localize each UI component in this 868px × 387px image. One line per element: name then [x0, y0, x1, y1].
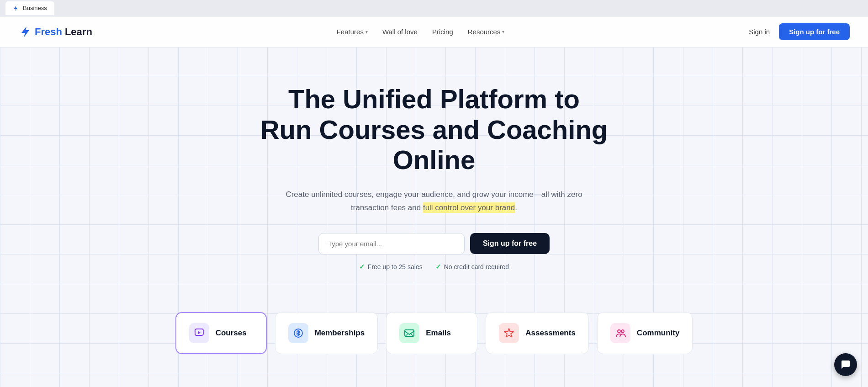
- hero-subtitle-highlight: full control over your brand: [423, 202, 515, 213]
- nav-wall-of-love[interactable]: Wall of love: [382, 28, 418, 36]
- svg-point-3: [618, 330, 620, 333]
- browser-tab-bar: Business: [0, 0, 868, 16]
- chat-icon: [840, 359, 851, 370]
- sign-in-link[interactable]: Sign in: [749, 28, 770, 36]
- card-memberships[interactable]: Memberships: [275, 312, 378, 354]
- logo-icon: [18, 25, 32, 39]
- page-wrapper: FreshLearn Features ▾ Wall of love Prici…: [0, 16, 868, 387]
- card-emails[interactable]: Emails: [386, 312, 477, 354]
- logo[interactable]: FreshLearn: [18, 25, 92, 39]
- hero-title: The Unified Platform to Run Courses and …: [238, 84, 630, 175]
- check-icon-1: ✓: [359, 263, 365, 271]
- nav-features[interactable]: Features ▾: [337, 28, 368, 36]
- svg-point-4: [621, 330, 624, 333]
- hero-section: The Unified Platform to Run Courses and …: [228, 48, 640, 312]
- nav-pricing-label: Pricing: [432, 28, 453, 36]
- nav-signup-button[interactable]: Sign up for free: [779, 23, 850, 40]
- perks-row: ✓ Free up to 25 sales ✓ No credit card r…: [238, 263, 630, 271]
- perk-free-sales: ✓ Free up to 25 sales: [359, 263, 423, 271]
- memberships-icon: [293, 328, 304, 339]
- card-assessments[interactable]: Assessments: [486, 312, 589, 354]
- memberships-label: Memberships: [315, 329, 365, 338]
- email-input[interactable]: [318, 233, 465, 254]
- logo-fresh: Fresh: [35, 26, 62, 38]
- perk-credit-label: No credit card required: [444, 263, 509, 270]
- memberships-icon-wrap: [288, 323, 308, 343]
- perk-free-label: Free up to 25 sales: [368, 263, 423, 270]
- emails-icon-wrap: [399, 323, 419, 343]
- nav-resources-label: Resources: [468, 28, 501, 36]
- community-label: Community: [637, 329, 680, 338]
- nav-center: Features ▾ Wall of love Pricing Resource…: [337, 28, 505, 36]
- perk-no-credit: ✓ No credit card required: [435, 263, 509, 271]
- courses-icon: [194, 328, 205, 339]
- nav-right: Sign in Sign up for free: [749, 23, 850, 40]
- check-icon-2: ✓: [435, 263, 441, 271]
- hero-subtitle: Create unlimited courses, engage your au…: [279, 188, 589, 215]
- resources-chevron-icon: ▾: [502, 29, 504, 34]
- courses-label: Courses: [216, 329, 247, 338]
- email-form: Sign up for free: [238, 233, 630, 254]
- assessments-icon-wrap: [499, 323, 519, 343]
- hero-signup-button[interactable]: Sign up for free: [470, 233, 550, 254]
- hero-subtitle-after: .: [515, 203, 517, 212]
- logo-learn: Learn: [65, 26, 92, 38]
- navbar: FreshLearn Features ▾ Wall of love Prici…: [0, 16, 868, 48]
- assessments-icon: [503, 328, 514, 339]
- feature-cards-row: Courses Memberships Emails: [0, 312, 868, 372]
- hero-title-line1: The Unified Platform to: [288, 84, 580, 114]
- emails-icon: [404, 328, 415, 339]
- emails-label: Emails: [426, 329, 451, 338]
- hero-title-line2: Run Courses and Coaching Online: [260, 115, 608, 175]
- features-chevron-icon: ▾: [365, 29, 368, 34]
- community-icon-wrap: [610, 323, 630, 343]
- chat-button[interactable]: [834, 353, 857, 376]
- courses-icon-wrap: [189, 323, 209, 343]
- nav-wall-label: Wall of love: [382, 28, 418, 36]
- tab-favicon-icon: [13, 5, 19, 11]
- assessments-label: Assessments: [525, 329, 576, 338]
- nav-features-label: Features: [337, 28, 364, 36]
- nav-resources[interactable]: Resources ▾: [468, 28, 505, 36]
- nav-pricing[interactable]: Pricing: [432, 28, 453, 36]
- community-icon: [615, 328, 626, 339]
- card-community[interactable]: Community: [597, 312, 693, 354]
- card-courses[interactable]: Courses: [175, 312, 267, 354]
- tab-label: Business: [23, 5, 47, 11]
- browser-tab[interactable]: Business: [5, 1, 54, 15]
